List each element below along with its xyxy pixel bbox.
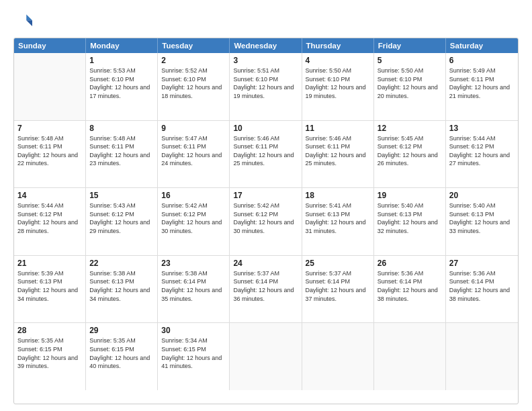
sunset-text: Sunset: 6:14 PM xyxy=(306,277,370,286)
sunset-text: Sunset: 6:12 PM xyxy=(378,142,442,151)
sunrise-text: Sunrise: 5:52 AM xyxy=(161,66,226,75)
sunset-text: Sunset: 6:10 PM xyxy=(378,75,442,84)
sunrise-text: Sunrise: 5:34 AM xyxy=(161,336,226,345)
daylight-text: Daylight: 12 hours and xyxy=(306,83,370,92)
daylight-text: Daylight: 12 hours and xyxy=(233,218,298,227)
sunrise-text: Sunrise: 5:41 AM xyxy=(306,201,370,210)
sunset-text: Sunset: 6:14 PM xyxy=(449,277,515,286)
day-number: 13 xyxy=(449,124,515,133)
day-number: 11 xyxy=(306,124,370,133)
daylight-text-cont: 18 minutes. xyxy=(161,92,226,101)
day-cell-30: 30Sunrise: 5:34 AMSunset: 6:15 PMDayligh… xyxy=(158,323,230,390)
sunrise-text: Sunrise: 5:37 AM xyxy=(306,269,370,278)
sunset-text: Sunset: 6:15 PM xyxy=(161,345,226,354)
sunrise-text: Sunrise: 5:40 AM xyxy=(378,201,442,210)
logo-icon xyxy=(13,12,32,31)
sunset-text: Sunset: 6:12 PM xyxy=(17,210,82,219)
sunrise-text: Sunrise: 5:35 AM xyxy=(17,336,82,345)
sunset-text: Sunset: 6:11 PM xyxy=(306,142,370,151)
sunrise-text: Sunrise: 5:50 AM xyxy=(378,66,442,75)
sunset-text: Sunset: 6:13 PM xyxy=(378,210,442,219)
sunset-text: Sunset: 6:11 PM xyxy=(17,142,82,151)
sunrise-text: Sunrise: 5:46 AM xyxy=(233,134,298,143)
daylight-text-cont: 22 minutes. xyxy=(17,159,82,168)
day-number: 21 xyxy=(17,259,82,268)
day-cell-9: 9Sunrise: 5:47 AMSunset: 6:11 PMDaylight… xyxy=(158,121,230,188)
page: SundayMondayTuesdayWednesdayThursdayFrid… xyxy=(0,0,532,411)
daylight-text-cont: 37 minutes. xyxy=(306,295,370,304)
daylight-text-cont: 35 minutes. xyxy=(161,295,226,304)
sunset-text: Sunset: 6:14 PM xyxy=(233,277,298,286)
daylight-text-cont: 19 minutes. xyxy=(233,92,298,101)
sunset-text: Sunset: 6:13 PM xyxy=(17,277,82,286)
daylight-text-cont: 20 minutes. xyxy=(378,92,442,101)
day-cell-15: 15Sunrise: 5:43 AMSunset: 6:12 PMDayligh… xyxy=(86,188,158,255)
sunset-text: Sunset: 6:11 PM xyxy=(449,75,515,84)
day-number: 18 xyxy=(306,191,370,200)
daylight-text-cont: 24 minutes. xyxy=(161,159,226,168)
daylight-text-cont: 30 minutes. xyxy=(233,227,298,236)
sunrise-text: Sunrise: 5:37 AM xyxy=(233,269,298,278)
day-cell-26: 26Sunrise: 5:36 AMSunset: 6:14 PMDayligh… xyxy=(374,256,446,323)
week-row-3: 14Sunrise: 5:44 AMSunset: 6:12 PMDayligh… xyxy=(14,188,518,256)
calendar-header: SundayMondayTuesdayWednesdayThursdayFrid… xyxy=(14,38,518,53)
sunrise-text: Sunrise: 5:38 AM xyxy=(161,269,226,278)
day-number: 10 xyxy=(233,124,298,133)
daylight-text: Daylight: 12 hours and xyxy=(89,151,154,160)
sunrise-text: Sunrise: 5:36 AM xyxy=(378,269,442,278)
daylight-text-cont: 34 minutes. xyxy=(17,295,82,304)
day-cell-23: 23Sunrise: 5:38 AMSunset: 6:14 PMDayligh… xyxy=(158,256,230,323)
sunset-text: Sunset: 6:13 PM xyxy=(306,210,370,219)
daylight-text: Daylight: 12 hours and xyxy=(233,83,298,92)
day-number: 16 xyxy=(161,191,226,200)
week-row-1: 1Sunrise: 5:53 AMSunset: 6:10 PMDaylight… xyxy=(14,53,518,121)
day-number: 22 xyxy=(89,259,154,268)
daylight-text-cont: 28 minutes. xyxy=(17,227,82,236)
day-cell-6: 6Sunrise: 5:49 AMSunset: 6:11 PMDaylight… xyxy=(446,53,518,120)
sunrise-text: Sunrise: 5:44 AM xyxy=(449,134,515,143)
daylight-text: Daylight: 12 hours and xyxy=(449,151,515,160)
day-number: 9 xyxy=(161,124,226,133)
sunset-text: Sunset: 6:10 PM xyxy=(161,75,226,84)
day-number: 5 xyxy=(378,56,442,65)
daylight-text: Daylight: 12 hours and xyxy=(233,286,298,295)
sunset-text: Sunset: 6:12 PM xyxy=(233,210,298,219)
daylight-text: Daylight: 12 hours and xyxy=(161,286,226,295)
day-cell-11: 11Sunrise: 5:46 AMSunset: 6:11 PMDayligh… xyxy=(302,121,374,188)
day-number: 8 xyxy=(89,124,154,133)
calendar-body: 1Sunrise: 5:53 AMSunset: 6:10 PMDaylight… xyxy=(14,53,518,390)
day-cell-21: 21Sunrise: 5:39 AMSunset: 6:13 PMDayligh… xyxy=(14,256,86,323)
sunset-text: Sunset: 6:10 PM xyxy=(306,75,370,84)
day-cell-24: 24Sunrise: 5:37 AMSunset: 6:14 PMDayligh… xyxy=(230,256,302,323)
day-number: 25 xyxy=(306,259,370,268)
day-cell-12: 12Sunrise: 5:45 AMSunset: 6:12 PMDayligh… xyxy=(374,121,446,188)
day-number: 27 xyxy=(449,259,515,268)
sunset-text: Sunset: 6:10 PM xyxy=(233,75,298,84)
daylight-text: Daylight: 12 hours and xyxy=(89,83,154,92)
daylight-text-cont: 31 minutes. xyxy=(306,227,370,236)
sunrise-text: Sunrise: 5:35 AM xyxy=(89,336,154,345)
day-cell-2: 2Sunrise: 5:52 AMSunset: 6:10 PMDaylight… xyxy=(158,53,230,120)
daylight-text-cont: 19 minutes. xyxy=(306,92,370,101)
day-number: 6 xyxy=(449,56,515,65)
day-cell-19: 19Sunrise: 5:40 AMSunset: 6:13 PMDayligh… xyxy=(374,188,446,255)
daylight-text: Daylight: 12 hours and xyxy=(449,218,515,227)
sunrise-text: Sunrise: 5:50 AM xyxy=(306,66,370,75)
header-day-wednesday: Wednesday xyxy=(230,38,302,53)
day-cell-10: 10Sunrise: 5:46 AMSunset: 6:11 PMDayligh… xyxy=(230,121,302,188)
day-number: 17 xyxy=(233,191,298,200)
day-cell-16: 16Sunrise: 5:42 AMSunset: 6:12 PMDayligh… xyxy=(158,188,230,255)
day-cell-18: 18Sunrise: 5:41 AMSunset: 6:13 PMDayligh… xyxy=(302,188,374,255)
daylight-text: Daylight: 12 hours and xyxy=(449,286,515,295)
empty-cell xyxy=(14,53,86,120)
day-cell-8: 8Sunrise: 5:48 AMSunset: 6:11 PMDaylight… xyxy=(86,121,158,188)
sunset-text: Sunset: 6:11 PM xyxy=(233,142,298,151)
daylight-text: Daylight: 12 hours and xyxy=(89,218,154,227)
day-number: 4 xyxy=(306,56,370,65)
empty-cell xyxy=(230,323,302,390)
day-number: 3 xyxy=(233,56,298,65)
sunrise-text: Sunrise: 5:48 AM xyxy=(17,134,82,143)
logo xyxy=(13,12,35,31)
day-number: 19 xyxy=(378,191,442,200)
week-row-2: 7Sunrise: 5:48 AMSunset: 6:11 PMDaylight… xyxy=(14,121,518,189)
